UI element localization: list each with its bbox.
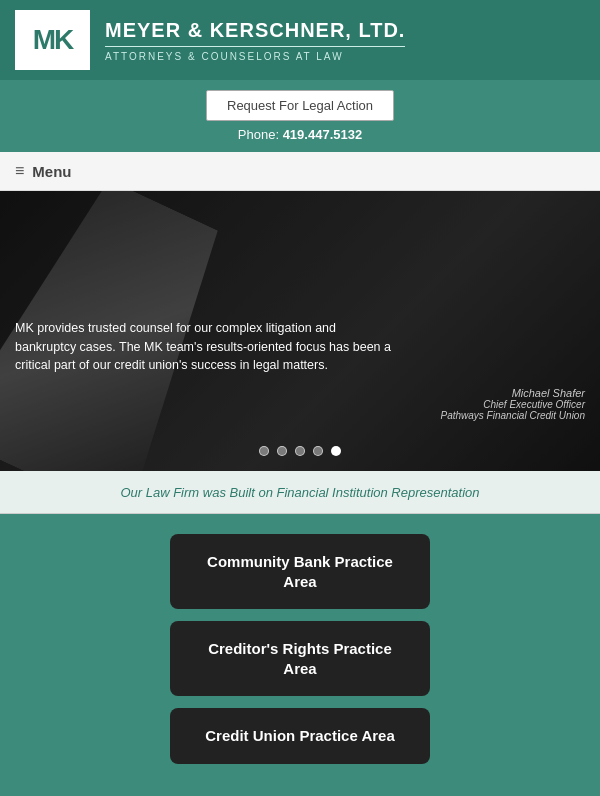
attribution-org: Pathways Financial Credit Union bbox=[15, 410, 585, 421]
phone-number: 419.447.5132 bbox=[283, 127, 363, 142]
slider-dot-1[interactable] bbox=[277, 446, 287, 456]
request-legal-action-button[interactable]: Request For Legal Action bbox=[206, 90, 394, 121]
slider-dot-3[interactable] bbox=[313, 446, 323, 456]
tagline-text: Our Law Firm was Built on Financial Inst… bbox=[120, 485, 479, 500]
tagline-bar: Our Law Firm was Built on Financial Inst… bbox=[0, 471, 600, 514]
phone-label: Phone: bbox=[238, 127, 279, 142]
hero-content: MK provides trusted counsel for our comp… bbox=[15, 319, 585, 421]
site-header: MK Meyer & Kerschner, Ltd. Attorneys & C… bbox=[0, 0, 600, 80]
top-bar: Request For Legal Action Phone: 419.447.… bbox=[0, 80, 600, 152]
slider-dot-4[interactable] bbox=[331, 446, 341, 456]
practice-areas-section: Community Bank Practice AreaCreditor's R… bbox=[0, 514, 600, 784]
attribution-title: Chief Executive Officer bbox=[15, 399, 585, 410]
phone-container: Phone: 419.447.5132 bbox=[10, 127, 590, 142]
logo-letters: MK bbox=[33, 24, 73, 56]
navigation[interactable]: ≡ Menu bbox=[0, 152, 600, 191]
hero-slider: MK provides trusted counsel for our comp… bbox=[0, 191, 600, 471]
hero-quote: MK provides trusted counsel for our comp… bbox=[15, 319, 395, 375]
practice-btn-creditors-rights[interactable]: Creditor's Rights Practice Area bbox=[170, 621, 430, 696]
slider-dot-0[interactable] bbox=[259, 446, 269, 456]
slider-dots bbox=[0, 446, 600, 456]
firm-subtitle: Attorneys & Counselors at Law bbox=[105, 46, 405, 62]
menu-label[interactable]: Menu bbox=[32, 163, 71, 180]
firm-name: Meyer & Kerschner, Ltd. bbox=[105, 18, 405, 42]
firm-info: Meyer & Kerschner, Ltd. Attorneys & Coun… bbox=[105, 18, 405, 62]
practice-btn-community-bank[interactable]: Community Bank Practice Area bbox=[170, 534, 430, 609]
slider-dot-2[interactable] bbox=[295, 446, 305, 456]
practice-btn-credit-union[interactable]: Credit Union Practice Area bbox=[170, 708, 430, 764]
logo-box: MK bbox=[15, 10, 90, 70]
attribution-name: Michael Shafer bbox=[15, 387, 585, 399]
hamburger-icon[interactable]: ≡ bbox=[15, 162, 24, 180]
hero-attribution: Michael Shafer Chief Executive Officer P… bbox=[15, 387, 585, 421]
